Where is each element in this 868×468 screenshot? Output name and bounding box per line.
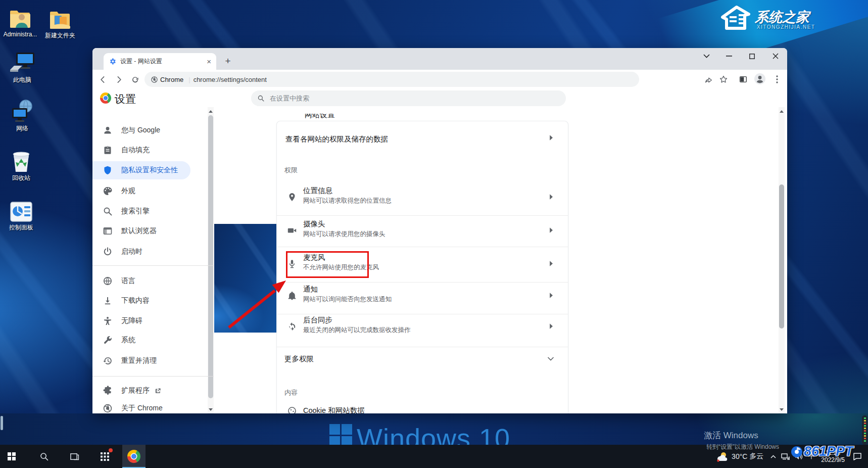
row-more-permissions[interactable]: 更多权限	[284, 350, 561, 367]
row-subtitle: 网站可以询问能否向您发送通知	[303, 295, 392, 304]
url-separator: |	[188, 76, 190, 83]
url-host-label: Chrome	[160, 76, 183, 83]
sidebar-item-13[interactable]: 扩展程序	[92, 382, 209, 400]
external-link-icon	[154, 387, 162, 395]
desktop-icon-label: 网络	[3, 125, 42, 132]
section-label-permissions: 权限	[284, 166, 298, 175]
chrome-page-icon	[151, 76, 158, 83]
chevron-right-icon	[549, 134, 555, 141]
main-scrollbar[interactable]	[779, 107, 785, 413]
desktop-icon-1[interactable]: Administra...	[1, 5, 40, 38]
weather-label[interactable]: 30°C 多云	[732, 452, 763, 461]
recycle-bin-icon	[2, 149, 41, 173]
menu-kebab-icon[interactable]	[769, 72, 785, 87]
sidebar-item-9[interactable]: 下载内容	[92, 292, 209, 310]
row-cookies-clipped[interactable]: Cookie 和网站数据	[285, 405, 561, 413]
sidebar-item-11[interactable]: 系统	[92, 331, 209, 349]
settings-search[interactable]	[251, 90, 566, 106]
row-camera[interactable]: 摄像头网站可以请求使用您的摄像头	[285, 219, 561, 248]
desktop-icon-2[interactable]: 新建文件夹	[40, 6, 80, 39]
highlight-box	[286, 251, 369, 278]
tray-chevron-icon[interactable]	[770, 455, 776, 458]
sidebar-item-6[interactable]: 默认浏览器	[92, 222, 209, 240]
activation-watermark-line1: 激活 Windows	[704, 430, 758, 441]
reload-button[interactable]	[127, 71, 143, 87]
tab-close-icon[interactable]: ×	[207, 57, 211, 66]
windows-flag-logo	[329, 424, 352, 447]
site-watermark-house-icon	[719, 4, 751, 30]
user-folder-icon	[1, 5, 40, 29]
browser-tab[interactable]: 设置 - 网站设置 ×	[104, 53, 216, 70]
this-pc-icon	[3, 51, 42, 75]
clipped-page-header: 网站设置	[305, 114, 335, 120]
sidebar-scrollbar[interactable]	[208, 107, 214, 413]
autofill-icon	[103, 145, 113, 155]
row-divider	[277, 347, 568, 347]
profile-avatar[interactable]	[752, 71, 767, 86]
power-icon	[103, 247, 113, 257]
row-location[interactable]: 位置信息网站可以请求取得您的位置信息	[285, 186, 561, 214]
app-grid-icon[interactable]	[93, 445, 116, 468]
desktop-icon-4[interactable]: 网络	[3, 99, 42, 132]
sidebar-item-3[interactable]: 隐私设置和安全性	[92, 161, 190, 179]
chevron-right-icon	[549, 227, 555, 233]
sidebar-item-5[interactable]: 搜索引擎	[92, 202, 209, 220]
tab-search-chevron-icon[interactable]	[699, 49, 714, 63]
network-icon[interactable]	[781, 453, 790, 460]
settings-search-input[interactable]	[269, 94, 473, 103]
action-center-icon[interactable]	[853, 452, 862, 460]
row-sync[interactable]: 后台同步最近关闭的网站可以完成数据收发操作	[285, 315, 561, 344]
sidebar-item-1[interactable]: 您与 Google	[92, 121, 209, 139]
annotation-arrow	[217, 250, 293, 336]
start-button[interactable]	[0, 445, 23, 468]
section-label-content: 内容	[284, 388, 298, 397]
window-close-button[interactable]	[768, 49, 783, 63]
maximize-button[interactable]	[744, 49, 759, 63]
sidebar-item-7[interactable]: 启动时	[92, 243, 209, 261]
minimize-button[interactable]	[721, 49, 737, 63]
control-panel-icon	[2, 198, 41, 222]
right-edge-artifact	[862, 415, 867, 445]
row-bell[interactable]: 通知网站可以询问能否向您发送通知	[285, 285, 561, 313]
row-site-permissions-link[interactable]: 查看各网站的权限及储存的数据	[285, 130, 561, 148]
task-view-icon[interactable]	[63, 445, 86, 468]
desktop-icon-6[interactable]: 控制面板	[2, 198, 41, 231]
address-bar[interactable]: Chrome | chrome://settings/content	[144, 72, 639, 87]
sidebar-item-2[interactable]: 自动填充	[92, 141, 209, 159]
side-panel-icon[interactable]	[736, 72, 751, 87]
back-button[interactable]	[94, 71, 111, 87]
accessibility-icon	[103, 316, 113, 326]
bookmark-star-icon[interactable]	[716, 72, 731, 87]
sidebar-divider	[92, 265, 214, 266]
chrome-logo	[100, 92, 111, 104]
taskbar-chrome-icon[interactable]	[122, 445, 146, 468]
url-text: chrome://settings/content	[194, 76, 267, 83]
forward-button[interactable]	[111, 71, 127, 87]
weather-icon[interactable]	[715, 451, 729, 462]
taskbar-search-icon[interactable]	[32, 445, 56, 468]
default-browser-icon	[103, 226, 113, 236]
settings-page-title: 设置	[115, 92, 136, 106]
row-divider	[277, 314, 568, 314]
cookie-icon	[287, 406, 297, 413]
notification-dot	[109, 448, 113, 452]
ppt-watermark: 861PPT	[791, 444, 853, 459]
sidebar-item-10[interactable]: 无障碍	[92, 312, 209, 330]
sidebar-item-label: 您与 Google	[121, 126, 160, 135]
share-icon[interactable]	[701, 72, 716, 87]
network-icon	[3, 99, 42, 123]
desktop-icon-3[interactable]: 此电脑	[3, 51, 42, 83]
sidebar-item-14[interactable]: 关于 Chrome	[92, 399, 209, 413]
sidebar-item-12[interactable]: 重置并清理	[92, 352, 209, 370]
sidebar-item-8[interactable]: 语言	[92, 272, 209, 290]
row-subtitle: 网站可以请求使用您的摄像头	[303, 230, 385, 239]
sidebar-item-4[interactable]: 外观	[92, 182, 209, 200]
new-tab-button[interactable]: +	[221, 54, 235, 68]
search-icon	[257, 95, 265, 102]
desktop-icon-label: 新建文件夹	[40, 32, 80, 39]
settings-gear-favicon	[109, 58, 116, 65]
chevron-right-icon	[549, 323, 555, 330]
puzzle-icon	[103, 386, 113, 396]
desktop-icon-label: 回收站	[2, 174, 41, 181]
desktop-icon-5[interactable]: 回收站	[2, 149, 41, 181]
